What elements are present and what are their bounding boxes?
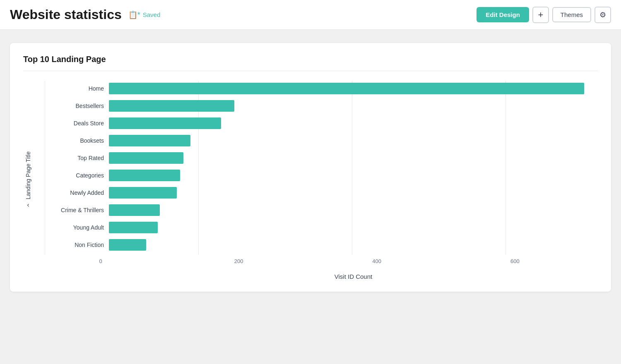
chart-inner: › Landing Page Title HomeBestsellersDeal… — [23, 81, 598, 280]
x-axis-label: Visit ID Count — [36, 273, 598, 280]
bar-track — [109, 187, 598, 199]
bar-row: Crime & Thrillers — [45, 203, 598, 218]
x-tick-200: 200 — [234, 258, 243, 264]
bar-track — [109, 170, 598, 181]
bar-fill — [109, 135, 190, 146]
bar-row: Non Fiction — [45, 237, 598, 252]
bar-label: Young Adult — [45, 224, 109, 231]
x-tick-0: 0 — [99, 258, 102, 264]
bar-label: Home — [45, 85, 109, 92]
app-title: Website statistics — [10, 7, 122, 22]
chart-card: Top 10 Landing Page › Landing Page Title… — [10, 43, 611, 292]
header-left: Website statistics 📋* Saved — [10, 7, 160, 22]
header-right: Edit Design + Themes ⚙ — [477, 7, 611, 23]
bar-row: Young Adult — [45, 220, 598, 235]
bar-track — [109, 100, 598, 112]
bar-label: Top Rated — [45, 155, 109, 161]
bar-label: Non Fiction — [45, 242, 109, 248]
bar-row: Deals Store — [45, 116, 598, 131]
x-tick-400: 400 — [372, 258, 381, 264]
bars-area: HomeBestsellersDeals StoreBooksetsTop Ra… — [36, 81, 598, 255]
bar-track — [109, 239, 598, 251]
edit-design-button[interactable]: Edit Design — [477, 7, 529, 22]
bar-fill — [109, 204, 160, 216]
bar-label: Categories — [45, 172, 109, 179]
saved-indicator: 📋* Saved — [128, 10, 161, 19]
bar-track — [109, 83, 598, 94]
bar-row: Bestsellers — [45, 98, 598, 113]
bar-fill — [109, 83, 584, 94]
x-tick-600: 600 — [510, 258, 520, 264]
add-button[interactable]: + — [532, 7, 549, 23]
settings-button[interactable]: ⚙ — [595, 7, 611, 23]
chevron-icon: › — [27, 202, 29, 210]
bar-track — [109, 152, 598, 164]
x-axis: 0200400600 — [36, 258, 598, 270]
bar-label: Bestsellers — [45, 103, 109, 109]
y-axis-label: › Landing Page Title — [23, 81, 33, 280]
bar-track — [109, 222, 598, 233]
main-content: Top 10 Landing Page › Landing Page Title… — [0, 30, 621, 305]
bar-label: Booksets — [45, 137, 109, 144]
bar-fill — [109, 239, 146, 251]
y-axis-text: Landing Page Title — [25, 152, 31, 200]
bar-label: Crime & Thrillers — [45, 207, 109, 213]
settings-icon: ⚙ — [599, 10, 606, 19]
themes-button[interactable]: Themes — [552, 7, 591, 22]
chart-title: Top 10 Landing Page — [23, 55, 598, 71]
chart-body: HomeBestsellersDeals StoreBooksetsTop Ra… — [36, 81, 598, 280]
bar-row: Categories — [45, 168, 598, 183]
bar-track — [109, 117, 598, 129]
bar-label: Newly Added — [45, 189, 109, 196]
bar-row: Booksets — [45, 133, 598, 148]
bar-fill — [109, 222, 158, 233]
bar-label: Deals Store — [45, 120, 109, 127]
chart-container: › Landing Page Title HomeBestsellersDeal… — [23, 81, 598, 280]
bar-fill — [109, 152, 183, 164]
x-axis-ticks: 0200400600 — [101, 258, 598, 270]
bar-fill — [109, 117, 221, 129]
header: Website statistics 📋* Saved Edit Design … — [0, 0, 621, 30]
bar-fill — [109, 187, 177, 199]
bar-row: Home — [45, 81, 598, 96]
bar-fill — [109, 170, 180, 181]
bar-track — [109, 135, 598, 146]
saved-icon: 📋* — [128, 10, 140, 19]
bar-row: Newly Added — [45, 185, 598, 200]
bar-track — [109, 204, 598, 216]
saved-label: Saved — [143, 11, 161, 18]
bar-row: Top Rated — [45, 151, 598, 165]
bar-fill — [109, 100, 234, 112]
